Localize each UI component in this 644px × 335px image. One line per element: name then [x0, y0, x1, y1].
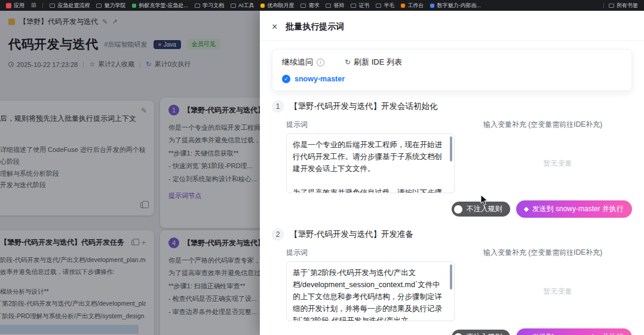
toggle-label: 不注入规则: [467, 204, 502, 214]
bookmark-label: 证书: [358, 2, 369, 10]
send-label: 发送到 snowy-master 并执行: [532, 204, 624, 214]
prompt-column: 提示词 基于`第2阶段-代码开发与迭代/产出文档/development_ses…: [286, 248, 455, 321]
refresh-ide-button[interactable]: ↻ 刷新 IDE 列表: [345, 57, 402, 68]
scrollbar-thumb[interactable]: [450, 136, 452, 162]
prompt-label: 提示词: [286, 120, 455, 130]
send-execute-button[interactable]: 发送到 snowy-master 并执行: [516, 328, 632, 335]
folder-icon: [300, 4, 306, 8]
target-checkbox[interactable]: ✓: [282, 75, 290, 83]
bookmark-label: 半毛: [384, 2, 394, 10]
bookmark-item[interactable]: 需求: [300, 2, 319, 10]
bookmark-label: 答辩: [333, 2, 344, 10]
bookmark-item[interactable]: AI工具: [231, 2, 254, 10]
bookmark-label: 魅力学院: [104, 2, 125, 10]
prompt-item: 2 【犟野-代码开发与迭代】开发准备 提示词 基于`第2阶段-代码开发与迭代/产…: [272, 229, 632, 335]
variables-label: 输入变量补充 (空变量需前往IDE补充): [483, 248, 632, 258]
apps-label: 应用: [14, 2, 24, 10]
inject-rules-toggle[interactable]: 不注入规则: [452, 202, 510, 217]
sparkle-icon: [523, 206, 528, 211]
toggle-knob: [454, 333, 462, 335]
bookmark-label: 学习文档: [203, 2, 224, 10]
bookmarks-bar: 应用 ⊞ 应急处置流程 魅力学院 蚂蚁克学堂-应急处... 学习文档 AI工具 …: [0, 0, 644, 11]
variables-column: 输入变量补充 (空变量需前往IDE补充) 暂无变量: [483, 120, 632, 193]
app-logo-icon: [6, 3, 11, 8]
folder-icon: [231, 4, 236, 8]
divider: [42, 3, 43, 8]
folder-icon: [326, 4, 331, 8]
favicon-icon: [260, 4, 265, 8]
empty-variables-text: 暂无变量: [483, 261, 632, 321]
folder-icon: [50, 4, 55, 8]
send-label: 发送到 snowy-master 并执行: [532, 332, 624, 335]
toggle-knob: [454, 205, 462, 214]
prompt-textarea[interactable]: 基于`第2阶段-代码开发与迭代/产出文档/development_session…: [286, 261, 455, 321]
prompt-item: 1 【犟野-代码开发与迭代】开发会话初始化 提示词 你是一个专业的后端开发工程师…: [272, 100, 632, 218]
apps-menu[interactable]: 应用: [6, 2, 24, 10]
toggle-label: 不注入规则: [467, 332, 502, 335]
bookmark-item[interactable]: 优布朗月度: [260, 2, 294, 10]
bookmark-label: 蚂蚁克学堂-应急处...: [139, 2, 188, 10]
divider: [603, 3, 604, 8]
bookmark-item[interactable]: 答辩: [326, 2, 344, 10]
favicon-icon: [401, 4, 405, 8]
variables-label: 输入变量补充 (空变量需前往IDE补充): [483, 120, 632, 130]
refresh-label: 刷新 IDE 列表: [354, 57, 402, 68]
close-icon[interactable]: ×: [272, 22, 277, 32]
all-bookmarks[interactable]: 所有书签: [609, 2, 638, 10]
item-title: 【犟野-代码开发与迭代】开发会话初始化: [290, 101, 438, 112]
bookmark-item[interactable]: 魅力学院: [96, 2, 125, 10]
continue-ask-label: 继续追问: [282, 57, 313, 68]
bookmark-label: 工作台: [407, 2, 424, 10]
bookmark-label: 优布朗月度: [267, 2, 294, 10]
bookmark-item[interactable]: 学习文档: [195, 2, 224, 10]
drawer-title: 批量执行提示词: [286, 22, 344, 32]
send-execute-button[interactable]: 发送到 snowy-master 并执行: [516, 200, 632, 218]
folder-icon: [195, 4, 200, 8]
item-index-badge: 2: [272, 229, 284, 240]
folder-icon: [609, 4, 614, 8]
screen: 应用 ⊞ 应急处置流程 魅力学院 蚂蚁克学堂-应急处... 学习文档 AI工具 …: [0, 0, 644, 335]
folder-icon: [96, 4, 102, 8]
item-index-badge: 1: [272, 100, 284, 112]
bookmark-item[interactable]: 工作台: [401, 2, 424, 10]
bookmark-label: 所有书签: [617, 2, 638, 10]
prompt-list: 1 【犟野-代码开发与迭代】开发会话初始化 提示词 你是一个专业的后端开发工程师…: [260, 91, 644, 335]
prompt-column: 提示词 你是一个专业的后端开发工程师，现在开始进行代码开发工作。请分步骤基于子系…: [286, 120, 455, 193]
favicon-icon: [430, 4, 434, 8]
drawer-header: × 批量执行提示词: [260, 11, 644, 41]
variables-column: 输入变量补充 (空变量需前往IDE补充) 暂无变量: [483, 248, 632, 321]
empty-variables-text: 暂无变量: [483, 133, 632, 193]
refresh-icon: ↻: [345, 58, 351, 66]
bookmark-item[interactable]: 证书: [351, 2, 369, 10]
batch-execute-drawer: × 批量执行提示词 继续追问 i ↻ 刷新 IDE 列表 ✓ snowy-mas…: [260, 11, 644, 335]
prompt-label: 提示词: [286, 248, 455, 258]
workspace: 【犟野】代码开发与迭代 ✎ ↗ 代码开发与迭代 #后端智能研发 Java 全员可…: [0, 11, 644, 335]
bookmark-label: 应急处置流程: [57, 2, 90, 10]
folder-icon: [376, 4, 381, 8]
scrollbar-thumb[interactable]: [450, 264, 452, 290]
target-card: 继续追问 i ↻ 刷新 IDE 列表 ✓ snowy-master: [272, 49, 632, 91]
favicon-icon: [132, 4, 136, 8]
target-ide-name[interactable]: snowy-master: [295, 75, 345, 83]
grid-icon[interactable]: ⊞: [31, 2, 36, 8]
bookmark-label: 需求: [308, 2, 319, 10]
bookmark-label: AI工具: [238, 2, 254, 10]
bookmark-label: 数字魅力-内部画...: [437, 2, 481, 10]
bookmark-item[interactable]: 蚂蚁克学堂-应急处...: [132, 2, 188, 10]
inject-rules-toggle[interactable]: 不注入规则: [452, 330, 510, 335]
bookmark-item[interactable]: 应急处置流程: [50, 2, 90, 10]
info-icon[interactable]: i: [317, 59, 324, 66]
bookmark-item[interactable]: 半毛: [376, 2, 394, 10]
item-title: 【犟野-代码开发与迭代】开发准备: [290, 229, 413, 240]
bookmark-item[interactable]: 数字魅力-内部画...: [430, 2, 481, 10]
folder-icon: [351, 4, 356, 8]
prompt-textarea[interactable]: 你是一个专业的后端开发工程师，现在开始进行代码开发工作。请分步骤基于子系统文档创…: [286, 133, 455, 193]
